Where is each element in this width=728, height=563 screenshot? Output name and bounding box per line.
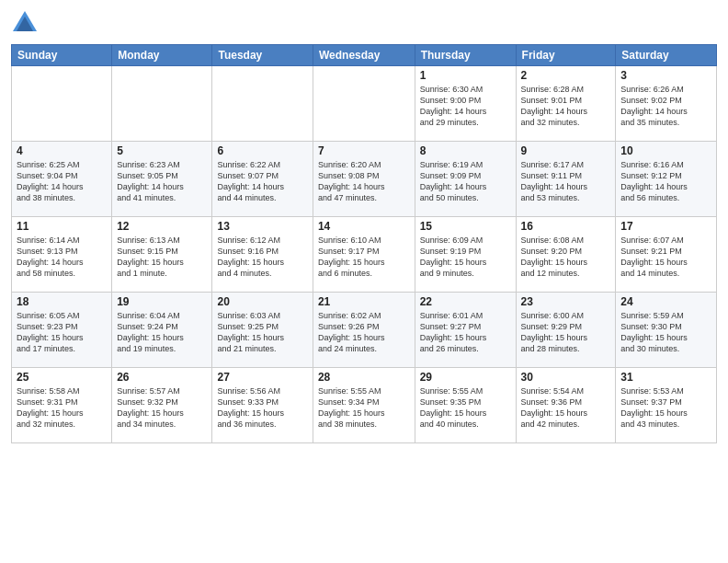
calendar-week-row: 1Sunrise: 6:30 AM Sunset: 9:00 PM Daylig… — [12, 66, 717, 142]
calendar-week-row: 11Sunrise: 6:14 AM Sunset: 9:13 PM Dayli… — [12, 217, 717, 293]
cell-info-text: Sunrise: 6:07 AM Sunset: 9:21 PM Dayligh… — [620, 235, 711, 280]
day-number: 27 — [217, 371, 307, 384]
weekday-header-cell: Tuesday — [212, 45, 313, 66]
calendar-table: SundayMondayTuesdayWednesdayThursdayFrid… — [11, 44, 717, 443]
calendar-cell: 28Sunrise: 5:55 AM Sunset: 9:34 PM Dayli… — [313, 368, 415, 443]
calendar-cell: 10Sunrise: 6:16 AM Sunset: 9:12 PM Dayli… — [616, 142, 717, 217]
cell-info-text: Sunrise: 6:04 AM Sunset: 9:24 PM Dayligh… — [117, 310, 207, 355]
day-number: 5 — [117, 144, 207, 157]
day-number: 12 — [117, 220, 207, 233]
day-number: 19 — [117, 295, 207, 308]
cell-info-text: Sunrise: 6:23 AM Sunset: 9:05 PM Dayligh… — [117, 159, 207, 204]
calendar-cell: 7Sunrise: 6:20 AM Sunset: 9:08 PM Daylig… — [313, 142, 415, 217]
cell-info-text: Sunrise: 5:59 AM Sunset: 9:30 PM Dayligh… — [620, 310, 711, 355]
calendar-week-row: 4Sunrise: 6:25 AM Sunset: 9:04 PM Daylig… — [12, 142, 717, 217]
cell-info-text: Sunrise: 5:58 AM Sunset: 9:31 PM Dayligh… — [17, 385, 107, 431]
day-number: 29 — [420, 371, 511, 384]
day-number: 26 — [117, 371, 207, 384]
cell-info-text: Sunrise: 6:17 AM Sunset: 9:11 PM Dayligh… — [521, 159, 611, 204]
cell-info-text: Sunrise: 6:00 AM Sunset: 9:29 PM Dayligh… — [521, 310, 611, 355]
day-number: 15 — [420, 220, 511, 233]
day-number: 14 — [318, 220, 410, 233]
calendar-body: 1Sunrise: 6:30 AM Sunset: 9:00 PM Daylig… — [12, 66, 717, 443]
calendar-cell: 5Sunrise: 6:23 AM Sunset: 9:05 PM Daylig… — [112, 142, 212, 217]
calendar-cell: 4Sunrise: 6:25 AM Sunset: 9:04 PM Daylig… — [12, 142, 112, 217]
calendar-week-row: 18Sunrise: 6:05 AM Sunset: 9:23 PM Dayli… — [12, 293, 717, 368]
calendar-cell: 18Sunrise: 6:05 AM Sunset: 9:23 PM Dayli… — [12, 293, 112, 368]
cell-info-text: Sunrise: 6:09 AM Sunset: 9:19 PM Dayligh… — [420, 235, 511, 280]
cell-info-text: Sunrise: 6:25 AM Sunset: 9:04 PM Dayligh… — [17, 159, 107, 204]
day-number: 30 — [521, 371, 611, 384]
day-number: 3 — [620, 69, 711, 82]
cell-info-text: Sunrise: 6:14 AM Sunset: 9:13 PM Dayligh… — [17, 235, 107, 280]
cell-info-text: Sunrise: 6:02 AM Sunset: 9:26 PM Dayligh… — [318, 310, 410, 355]
day-number: 31 — [620, 371, 711, 384]
calendar-cell: 23Sunrise: 6:00 AM Sunset: 9:29 PM Dayli… — [516, 293, 616, 368]
cell-info-text: Sunrise: 6:12 AM Sunset: 9:16 PM Dayligh… — [217, 235, 307, 280]
day-number: 20 — [217, 295, 307, 308]
day-number: 28 — [318, 371, 410, 384]
calendar-cell: 16Sunrise: 6:08 AM Sunset: 9:20 PM Dayli… — [516, 217, 616, 293]
day-number: 7 — [318, 144, 410, 157]
calendar-cell: 22Sunrise: 6:01 AM Sunset: 9:27 PM Dayli… — [415, 293, 516, 368]
page-container: SundayMondayTuesdayWednesdayThursdayFrid… — [0, 0, 728, 563]
calendar-cell — [12, 66, 112, 142]
calendar-cell: 27Sunrise: 5:56 AM Sunset: 9:33 PM Dayli… — [212, 368, 313, 443]
day-number: 8 — [420, 144, 511, 157]
calendar-cell: 26Sunrise: 5:57 AM Sunset: 9:32 PM Dayli… — [112, 368, 212, 443]
calendar-cell: 15Sunrise: 6:09 AM Sunset: 9:19 PM Dayli… — [415, 217, 516, 293]
weekday-header-cell: Monday — [112, 45, 212, 66]
day-number: 2 — [521, 69, 611, 82]
cell-info-text: Sunrise: 6:20 AM Sunset: 9:08 PM Dayligh… — [318, 159, 410, 204]
calendar-cell: 14Sunrise: 6:10 AM Sunset: 9:17 PM Dayli… — [313, 217, 415, 293]
cell-info-text: Sunrise: 5:57 AM Sunset: 9:32 PM Dayligh… — [117, 385, 207, 431]
weekday-header-cell: Thursday — [415, 45, 516, 66]
calendar-cell: 8Sunrise: 6:19 AM Sunset: 9:09 PM Daylig… — [415, 142, 516, 217]
cell-info-text: Sunrise: 5:53 AM Sunset: 9:37 PM Dayligh… — [620, 385, 711, 431]
day-number: 24 — [620, 295, 711, 308]
weekday-header-cell: Wednesday — [313, 45, 415, 66]
cell-info-text: Sunrise: 6:08 AM Sunset: 9:20 PM Dayligh… — [521, 235, 611, 280]
cell-info-text: Sunrise: 6:10 AM Sunset: 9:17 PM Dayligh… — [318, 235, 410, 280]
cell-info-text: Sunrise: 6:16 AM Sunset: 9:12 PM Dayligh… — [620, 159, 711, 204]
calendar-cell: 17Sunrise: 6:07 AM Sunset: 9:21 PM Dayli… — [616, 217, 717, 293]
header — [11, 9, 717, 37]
weekday-header-cell: Friday — [516, 45, 616, 66]
cell-info-text: Sunrise: 6:13 AM Sunset: 9:15 PM Dayligh… — [117, 235, 207, 280]
calendar-cell — [313, 66, 415, 142]
day-number: 13 — [217, 220, 307, 233]
cell-info-text: Sunrise: 5:55 AM Sunset: 9:35 PM Dayligh… — [420, 385, 511, 431]
calendar-cell: 29Sunrise: 5:55 AM Sunset: 9:35 PM Dayli… — [415, 368, 516, 443]
weekday-header-cell: Saturday — [616, 45, 717, 66]
cell-info-text: Sunrise: 5:54 AM Sunset: 9:36 PM Dayligh… — [521, 385, 611, 431]
calendar-cell: 2Sunrise: 6:28 AM Sunset: 9:01 PM Daylig… — [516, 66, 616, 142]
cell-info-text: Sunrise: 6:19 AM Sunset: 9:09 PM Dayligh… — [420, 159, 511, 204]
calendar-cell: 30Sunrise: 5:54 AM Sunset: 9:36 PM Dayli… — [516, 368, 616, 443]
calendar-cell: 11Sunrise: 6:14 AM Sunset: 9:13 PM Dayli… — [12, 217, 112, 293]
calendar-week-row: 25Sunrise: 5:58 AM Sunset: 9:31 PM Dayli… — [12, 368, 717, 443]
day-number: 17 — [620, 220, 711, 233]
day-number: 6 — [217, 144, 307, 157]
day-number: 23 — [521, 295, 611, 308]
day-number: 25 — [17, 371, 107, 384]
calendar-cell: 24Sunrise: 5:59 AM Sunset: 9:30 PM Dayli… — [616, 293, 717, 368]
day-number: 11 — [17, 220, 107, 233]
calendar-cell: 19Sunrise: 6:04 AM Sunset: 9:24 PM Dayli… — [112, 293, 212, 368]
day-number: 9 — [521, 144, 611, 157]
calendar-cell: 6Sunrise: 6:22 AM Sunset: 9:07 PM Daylig… — [212, 142, 313, 217]
calendar-cell: 21Sunrise: 6:02 AM Sunset: 9:26 PM Dayli… — [313, 293, 415, 368]
weekday-header-cell: Sunday — [12, 45, 112, 66]
day-number: 21 — [318, 295, 410, 308]
day-number: 16 — [521, 220, 611, 233]
calendar-cell: 3Sunrise: 6:26 AM Sunset: 9:02 PM Daylig… — [616, 66, 717, 142]
logo — [11, 9, 42, 37]
cell-info-text: Sunrise: 6:30 AM Sunset: 9:00 PM Dayligh… — [420, 84, 511, 129]
calendar-cell: 13Sunrise: 6:12 AM Sunset: 9:16 PM Dayli… — [212, 217, 313, 293]
calendar-cell: 20Sunrise: 6:03 AM Sunset: 9:25 PM Dayli… — [212, 293, 313, 368]
day-number: 18 — [17, 295, 107, 308]
cell-info-text: Sunrise: 6:28 AM Sunset: 9:01 PM Dayligh… — [521, 84, 611, 129]
cell-info-text: Sunrise: 6:05 AM Sunset: 9:23 PM Dayligh… — [17, 310, 107, 355]
cell-info-text: Sunrise: 6:22 AM Sunset: 9:07 PM Dayligh… — [217, 159, 307, 204]
calendar-cell: 25Sunrise: 5:58 AM Sunset: 9:31 PM Dayli… — [12, 368, 112, 443]
day-number: 4 — [17, 144, 107, 157]
